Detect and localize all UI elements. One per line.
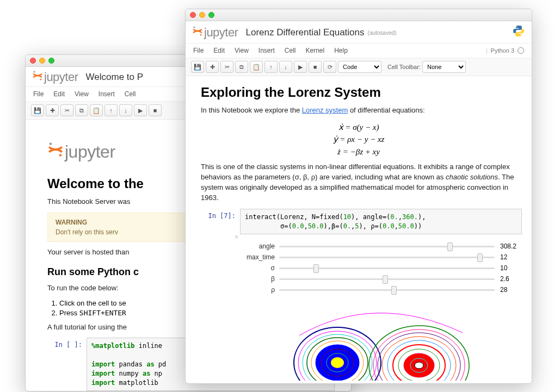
menu-file[interactable]: File — [33, 90, 44, 98]
minimize-window-icon[interactable] — [39, 58, 45, 64]
menubar-front: File Edit View Insert Cell Kernel Help |… — [186, 43, 532, 58]
slider-value: 12 — [495, 253, 519, 261]
python-icon — [512, 24, 525, 41]
menu-cell[interactable]: Cell — [125, 90, 136, 98]
menu-kernel[interactable]: Kernel — [306, 47, 325, 54]
description-paragraph: This is one of the classic systems in no… — [201, 162, 516, 203]
stop-button[interactable]: ■ — [149, 104, 162, 116]
interact-widgets: × angle 308.2 max_time 12 σ 10 β 2.6 ρ — [240, 234, 522, 298]
svg-point-16 — [331, 357, 344, 368]
svg-point-7 — [520, 35, 521, 36]
svg-point-1 — [40, 79, 42, 80]
menu-view[interactable]: View — [75, 90, 89, 98]
menu-view[interactable]: View — [235, 47, 249, 54]
svg-point-5 — [200, 34, 202, 36]
titlebar-front — [186, 9, 532, 21]
menu-edit[interactable]: Edit — [53, 90, 65, 98]
menu-help[interactable]: Help — [334, 47, 348, 54]
save-button[interactable]: 💾 — [31, 104, 44, 116]
slider-σ[interactable] — [279, 264, 495, 272]
copy-button[interactable]: ⧉ — [75, 104, 88, 116]
lorenz-link[interactable]: Lorenz system — [302, 106, 348, 114]
restart-button[interactable]: ⟳ — [323, 61, 336, 73]
move-up-button[interactable]: ↑ — [264, 61, 278, 73]
celltoolbar-select[interactable]: None — [422, 61, 466, 73]
menu-insert[interactable]: Insert — [258, 47, 275, 54]
lorenz-plot — [267, 303, 495, 381]
celltoolbar-label: Cell Toolbar: — [387, 64, 421, 70]
run-button[interactable]: ▶ — [294, 61, 307, 73]
svg-point-0 — [34, 71, 35, 73]
slider-row-max_time: max_time 12 — [243, 253, 519, 262]
slider-ρ[interactable] — [279, 285, 495, 294]
slider-row-angle: angle 308.2 — [243, 242, 519, 251]
slider-β[interactable] — [279, 275, 495, 283]
celltype-select[interactable]: Code — [338, 61, 381, 73]
close-window-icon[interactable] — [30, 58, 36, 64]
slider-label: angle — [243, 242, 279, 250]
slider-label: β — [243, 275, 279, 283]
paste-button[interactable]: 📋 — [90, 104, 103, 116]
add-cell-button[interactable]: ✚ — [206, 61, 219, 73]
slider-label: ρ — [243, 286, 279, 294]
svg-point-2 — [50, 142, 52, 145]
svg-point-4 — [194, 27, 195, 28]
zoom-window-icon[interactable] — [48, 58, 54, 64]
slider-value: 10 — [495, 264, 519, 272]
kernel-indicator: | Python 3 — [486, 47, 524, 54]
slider-value: 308.2 — [495, 242, 519, 250]
code-cell-front[interactable]: In [7]: interact(Lorenz, N=fixed(10), an… — [201, 209, 522, 381]
close-window-icon[interactable] — [190, 12, 196, 18]
move-down-button[interactable]: ↓ — [119, 104, 132, 116]
autosaved-label: (autosaved) — [368, 30, 397, 36]
copy-button[interactable]: ⧉ — [235, 61, 248, 73]
slider-angle[interactable] — [279, 242, 495, 251]
svg-point-3 — [59, 154, 62, 157]
jupyter-logo: jupyter — [192, 26, 238, 40]
menu-insert[interactable]: Insert — [99, 90, 115, 98]
page-title: Exploring the Lorenz System — [201, 85, 516, 100]
cut-button[interactable]: ✂ — [220, 61, 233, 73]
header-front: jupyter Lorenz Differential Equations (a… — [186, 21, 532, 43]
minimize-window-icon[interactable] — [199, 12, 205, 18]
stop-button[interactable]: ■ — [309, 61, 322, 73]
svg-point-6 — [516, 27, 518, 28]
slider-value: 28 — [495, 286, 519, 294]
slider-label: σ — [243, 264, 279, 272]
save-button[interactable]: 💾 — [191, 61, 204, 73]
cut-button[interactable]: ✂ — [60, 104, 73, 116]
run-button[interactable]: ▶ — [134, 104, 147, 116]
move-down-button[interactable]: ↓ — [279, 61, 292, 73]
kernel-name: Python 3 — [491, 47, 514, 54]
paste-button[interactable]: 📋 — [250, 61, 263, 73]
slider-value: 2.6 — [495, 275, 519, 283]
close-widget-icon[interactable]: × — [235, 233, 238, 241]
slider-label: max_time — [243, 253, 279, 261]
slider-row-ρ: ρ 28 — [243, 285, 519, 294]
toolbar-front: 💾 ✚ ✂ ⧉ 📋 ↑ ↓ ▶ ■ ⟳ Code Cell Toolbar: N… — [186, 58, 532, 76]
notebook-title-front[interactable]: Lorenz Differential Equations — [246, 27, 365, 38]
code-input[interactable]: interact(Lorenz, N=fixed(10), angle=(0.,… — [240, 209, 522, 235]
slider-row-β: β 2.6 — [243, 275, 519, 283]
equations: ẋ = σ(y − x) ẏ = ρx − y − xz ż = −βz + x… — [201, 121, 516, 158]
notebook-content-front: Exploring the Lorenz System In this Note… — [186, 76, 532, 381]
notebook-title-back[interactable]: Welcome to P — [86, 72, 144, 83]
menu-cell[interactable]: Cell — [285, 47, 296, 54]
intro-paragraph: In this Notebook we explore the Lorenz s… — [201, 105, 516, 116]
slider-row-σ: σ 10 — [243, 264, 519, 272]
zoom-window-icon[interactable] — [208, 12, 214, 18]
cell-prompt: In [ ]: — [47, 338, 87, 391]
menu-file[interactable]: File — [193, 47, 204, 54]
logo-text: jupyter — [44, 70, 78, 84]
foreground-window: jupyter Lorenz Differential Equations (a… — [185, 9, 532, 384]
jupyter-logo: jupyter — [32, 70, 78, 84]
kernel-status-icon — [518, 47, 524, 54]
menu-edit[interactable]: Edit — [213, 47, 225, 54]
svg-point-26 — [415, 362, 423, 369]
move-up-button[interactable]: ↑ — [104, 104, 118, 116]
add-cell-button[interactable]: ✚ — [46, 104, 59, 116]
slider-max_time[interactable] — [279, 253, 495, 262]
